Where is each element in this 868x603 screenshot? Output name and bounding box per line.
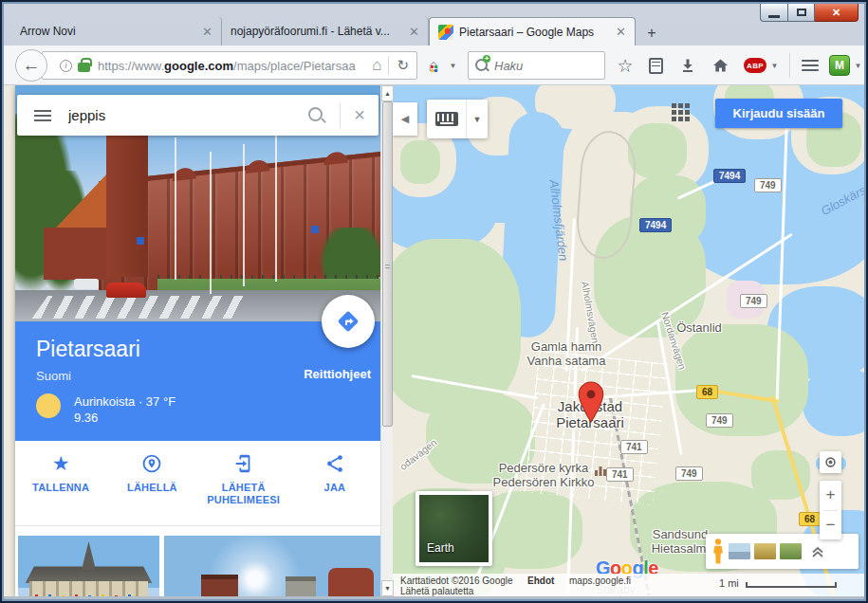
feedback-link[interactable]: Lähetä palautetta xyxy=(400,586,473,596)
directions-fab-button[interactable] xyxy=(322,295,375,348)
minimize-button[interactable] xyxy=(760,4,788,22)
zoom-in-button[interactable]: + xyxy=(820,481,841,510)
browser-search-input[interactable] xyxy=(494,59,599,73)
weather-text: Aurinkoista · 37 °F xyxy=(74,393,175,410)
place-info-card: Pietarsaari Suomi Reittiohjeet Aurinkois… xyxy=(15,321,380,441)
google-apps-grid-icon[interactable] xyxy=(672,103,691,122)
pegman-icon[interactable] xyxy=(711,539,725,564)
green-shield-extension-icon[interactable]: M xyxy=(827,51,852,80)
sun-weather-icon xyxy=(36,393,61,418)
browser-search-box[interactable]: + xyxy=(468,51,605,80)
directions-diamond-icon xyxy=(334,307,362,336)
maximize-icon xyxy=(797,9,806,16)
save-button[interactable]: ★ TALLENNA xyxy=(15,441,106,517)
tab-close-icon[interactable]: ✕ xyxy=(616,25,626,39)
maps-domain-link[interactable]: maps.google.fi xyxy=(569,576,631,586)
map-label-place: Gamla hamn Vanha satama xyxy=(505,339,628,368)
sign-in-button[interactable]: Kirjaudu sisään xyxy=(715,99,842,128)
zoom-out-button[interactable]: − xyxy=(820,511,841,540)
map-attribution-bar: Karttatiedot ©2016 Google Ehdot maps.goo… xyxy=(393,574,864,596)
reload-icon[interactable]: ↻ xyxy=(389,57,416,74)
page-content: Alholmsfjärden Gloskärs Alholmsvägen Nor… xyxy=(4,85,864,596)
share-icon xyxy=(289,452,380,475)
keyboard-input-tools-button[interactable]: ▼ xyxy=(427,100,488,138)
home-icon[interactable] xyxy=(708,51,732,80)
adblock-dropdown-caret[interactable]: ▼ xyxy=(768,51,778,80)
browser-window: ✕ Arrow Novi ✕ nojapyöräfoorumi.fi - Läh… xyxy=(0,0,868,603)
download-arrow-icon xyxy=(680,58,695,73)
earth-view-toggle[interactable]: Earth xyxy=(416,491,492,566)
reader-house-icon[interactable]: ⌂ xyxy=(365,56,388,75)
zoom-controls: + − xyxy=(820,481,841,539)
photo-thumbnail-town-hall[interactable] xyxy=(18,536,159,596)
my-location-button[interactable] xyxy=(820,451,841,473)
place-marker-pin[interactable] xyxy=(578,381,604,423)
photo-thumbnail-panorama[interactable] xyxy=(164,536,380,596)
back-button[interactable]: ← xyxy=(15,49,47,82)
bookmark-star-icon[interactable]: ☆ xyxy=(613,51,637,80)
shield-dropdown-caret[interactable]: ▼ xyxy=(852,51,861,80)
url-prefix: https://www. xyxy=(98,59,164,73)
titlebar: ✕ Arrow Novi ✕ nojapyöräfoorumi.fi - Läh… xyxy=(4,4,864,46)
url-path: /maps/place/Pietarsaa xyxy=(233,59,356,73)
copyright-text: Karttatiedot ©2016 Google xyxy=(400,576,513,586)
bookmarks-list-icon[interactable] xyxy=(643,51,668,80)
weather-info: Aurinkoista · 37 °F 9.36 xyxy=(74,393,175,426)
maximize-button[interactable] xyxy=(788,4,815,22)
tab-google-maps[interactable]: Pietarsaari – Google Maps ✕ xyxy=(429,17,636,46)
imagery-thumbnail[interactable] xyxy=(729,543,750,559)
imagery-thumbnail[interactable] xyxy=(780,543,802,559)
scrollbar-thumb[interactable] xyxy=(382,101,393,427)
church-icon xyxy=(594,465,607,476)
tab-title: Arrow Novi xyxy=(20,25,76,38)
search-icon: + xyxy=(474,58,489,73)
place-actions: ★ TALLENNA LÄHELLÄ LÄHETÄ PUHELIMEESI xyxy=(15,441,380,517)
https-lock-icon[interactable] xyxy=(78,63,90,72)
tab-title: Pietarsaari – Google Maps xyxy=(459,26,594,39)
road-shield-7494: 7494 xyxy=(639,218,672,232)
url-text[interactable]: https://www.google.com/maps/place/Pietar… xyxy=(98,59,365,73)
road-shield-68: 68 xyxy=(696,385,718,399)
maps-menu-hamburger-icon[interactable] xyxy=(34,107,51,124)
imagery-thumbnail[interactable] xyxy=(754,543,776,559)
scroll-down-arrow[interactable]: ▼ xyxy=(381,580,394,596)
extension-house-icon[interactable]: ⌂ xyxy=(423,51,444,80)
directions-link[interactable]: Reittiohjeet xyxy=(304,367,371,381)
road-shield-741: 741 xyxy=(620,440,648,454)
map-label-town: Östanlid xyxy=(656,320,742,335)
close-button[interactable]: ✕ xyxy=(815,4,859,22)
nearby-pin-icon xyxy=(106,452,197,475)
adblock-plus-icon[interactable]: ABP xyxy=(742,51,768,80)
nearby-button[interactable]: LÄHELLÄ xyxy=(106,441,197,517)
tab-arrow-novi[interactable]: Arrow Novi ✕ xyxy=(11,17,222,46)
place-country: Suomi xyxy=(36,369,71,383)
maps-search-icon[interactable] xyxy=(307,106,326,125)
page-info-icon[interactable]: i xyxy=(60,60,72,72)
tab-close-icon[interactable]: ✕ xyxy=(202,25,212,39)
extension-dropdown-caret[interactable]: ▼ xyxy=(446,51,457,80)
downloads-icon[interactable] xyxy=(675,51,700,80)
menu-hamburger-icon[interactable] xyxy=(797,51,823,80)
maps-search-card: × xyxy=(17,95,379,136)
send-to-phone-button[interactable]: LÄHETÄ PUHELIMEESI xyxy=(198,441,289,517)
road-shield-749: 749 xyxy=(740,294,767,308)
tab-nojapyorafoorumi[interactable]: nojapyöräfoorumi.fi - Lähetä v... ✕ xyxy=(222,17,429,46)
scroll-up-arrow[interactable]: ▲ xyxy=(381,85,394,101)
road-shield-741: 741 xyxy=(606,467,634,482)
add-search-engine-badge: + xyxy=(483,55,490,63)
tab-close-icon[interactable]: ✕ xyxy=(409,25,419,39)
chevron-down-icon[interactable]: ▼ xyxy=(467,115,488,124)
new-tab-button[interactable]: + xyxy=(639,21,664,46)
panel-scrollbar[interactable]: ▲ ▼ xyxy=(380,85,393,596)
collapse-chevrons-icon[interactable] xyxy=(811,545,824,558)
url-domain: google.com xyxy=(164,59,233,73)
maps-search-input[interactable] xyxy=(68,107,307,123)
map-canvas[interactable]: Alholmsfjärden Gloskärs Alholmsvägen Nor… xyxy=(393,85,864,596)
terms-link[interactable]: Ehdot xyxy=(527,576,554,586)
clear-search-icon[interactable]: × xyxy=(341,104,379,126)
star-icon: ★ xyxy=(15,452,106,475)
satellite-thumbnail: Earth xyxy=(419,495,489,562)
share-button[interactable]: JAA xyxy=(289,441,380,517)
collapse-panel-button[interactable]: ◀ xyxy=(393,102,417,136)
url-bar[interactable]: i https://www.google.com/maps/place/Piet… xyxy=(42,51,417,80)
